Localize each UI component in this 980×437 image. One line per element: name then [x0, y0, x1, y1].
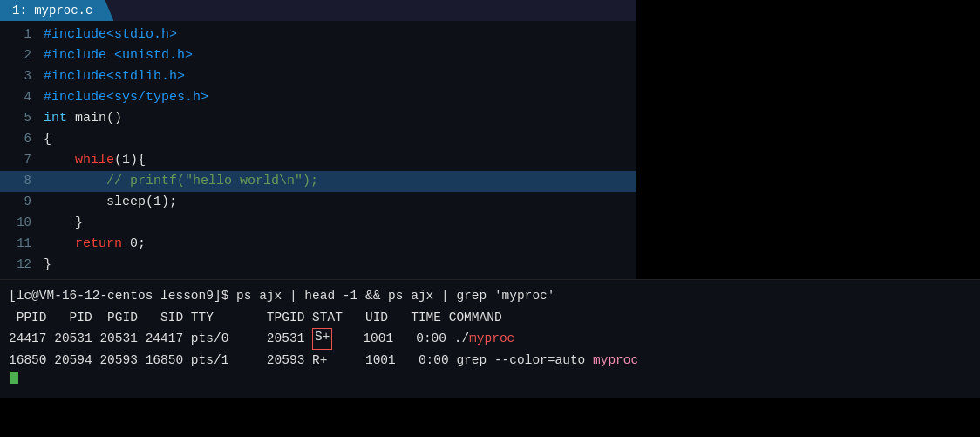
token: #include<stdlib.h> [44, 69, 185, 84]
code-line-3: 3#include<stdlib.h> [0, 66, 636, 87]
line-content: } [44, 255, 51, 275]
token: // printf("hello world\n"); [106, 174, 318, 188]
header-text: PPID PID PGID SID TTY TPGID STAT UID TIM… [9, 307, 502, 329]
editor-panel: 1: myproc.c 1#include<stdio.h>2#include … [0, 0, 636, 279]
tab-bar: 1: myproc.c [0, 0, 636, 21]
line-content: #include<sys/types.h> [44, 87, 208, 107]
line-number: 5 [7, 109, 31, 128]
code-area: 1#include<stdio.h>2#include <unistd.h>3#… [0, 21, 636, 279]
line-number: 4 [7, 88, 31, 107]
terminal-cursor-line: ​ [9, 372, 971, 393]
token: { [44, 132, 51, 147]
code-line-9: 9 sleep(1); [0, 192, 636, 213]
line-content: sleep(1); [44, 192, 177, 212]
prompt-cmd: [lc@VM-16-12-centos lesson9]$ ps ajx | h… [9, 289, 555, 303]
line-number: 1 [7, 25, 31, 44]
code-line-4: 4#include<sys/types.h> [0, 87, 636, 108]
line-number: 2 [7, 46, 31, 65]
line-content: return 0; [44, 234, 146, 254]
line-number: 8 [7, 172, 31, 191]
terminal-prompt-line: ​[lc@VM-16-12-centos lesson9]$ ps ajx | … [9, 285, 971, 307]
token: (1){ [114, 153, 146, 167]
code-line-1: 1#include<stdio.h> [0, 24, 636, 45]
code-line-12: 12} [0, 255, 636, 276]
terminal-proc-line1: 24417 20531 20531 24417 pts/0 20531 S+ 1… [9, 328, 971, 350]
token: return [75, 236, 122, 251]
line-number: 12 [7, 256, 31, 275]
line-content: #include <unistd.h> [44, 45, 193, 65]
token [44, 195, 106, 209]
token: (1); [146, 195, 177, 209]
token: } [44, 257, 51, 272]
token: sleep [106, 195, 146, 209]
terminal-panel: ​[lc@VM-16-12-centos lesson9]$ ps ajx | … [0, 279, 980, 398]
token: #include<sys/types.h> [44, 90, 208, 105]
proc1-cmd: myproc [469, 328, 514, 350]
line-content: int main() [44, 108, 122, 128]
line-number: 6 [7, 130, 31, 149]
proc2-cmd: myproc [593, 350, 638, 372]
terminal-proc-line2: 16850 20594 20593 16850 pts/1 20593 R+ 1… [9, 350, 971, 372]
line-number: 11 [7, 235, 31, 254]
code-line-11: 11 return 0; [0, 234, 636, 255]
line-number: 10 [7, 214, 31, 233]
stat-box: S+ [312, 328, 332, 350]
main-container: 1: myproc.c 1#include<stdio.h>2#include … [0, 0, 980, 398]
token: while [75, 153, 114, 167]
code-line-7: 7 while(1){ [0, 150, 636, 171]
line-content: while(1){ [44, 150, 146, 170]
code-line-6: 6{ [0, 129, 636, 150]
line-content: #include<stdlib.h> [44, 66, 185, 86]
line-content: #include<stdio.h> [44, 24, 177, 44]
code-line-8: 8 // printf("hello world\n"); [0, 171, 636, 192]
cursor [10, 372, 18, 384]
code-line-2: 2#include <unistd.h> [0, 45, 636, 66]
token: int [44, 111, 67, 126]
token: #include<stdio.h> [44, 27, 177, 42]
proc2-text: 16850 20594 20593 16850 pts/1 20593 R+ 1… [9, 350, 593, 372]
proc1-pre: 24417 20531 20531 24417 pts/0 20531 [9, 328, 312, 350]
token [44, 174, 106, 188]
line-content: // printf("hello world\n"); [44, 171, 318, 191]
line-content: } [44, 213, 83, 233]
token: main() [67, 111, 122, 126]
proc1-post: 1001 0:00 ./ [332, 328, 469, 350]
line-content: { [44, 129, 51, 149]
prompt-text: ​[lc@VM-16-12-centos lesson9]$ ps ajx | … [9, 285, 555, 307]
line-number: 9 [7, 193, 31, 212]
token: #include <unistd.h> [44, 48, 193, 63]
line-number: 3 [7, 67, 31, 86]
code-line-10: 10 } [0, 213, 636, 234]
line-number: 7 [7, 151, 31, 170]
token: 0; [122, 236, 146, 251]
token [44, 236, 75, 251]
token: } [44, 215, 83, 230]
tab-label: 1: myproc.c [12, 3, 92, 17]
tab-myproc[interactable]: 1: myproc.c [0, 0, 113, 21]
code-line-5: 5int main() [0, 108, 636, 129]
token [44, 153, 75, 167]
terminal-header-line: PPID PID PGID SID TTY TPGID STAT UID TIM… [9, 307, 971, 329]
